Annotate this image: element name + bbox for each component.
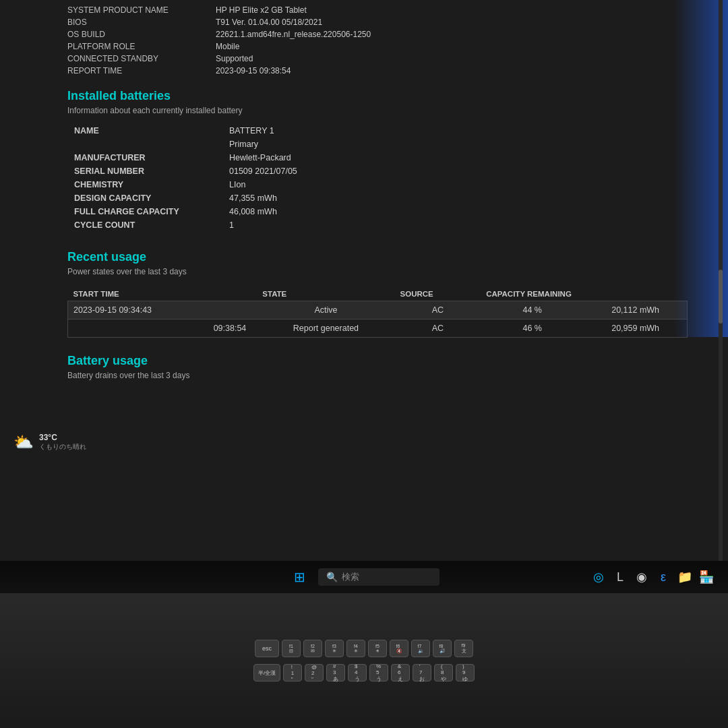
weather-widget: ⛅ 33°C くもりのち晴れ bbox=[13, 433, 86, 452]
battery-cycle-count-row: CYCLE COUNT 1 bbox=[74, 220, 688, 230]
battery-full-charge-capacity-value: 46,008 mWh bbox=[229, 207, 277, 216]
key-9[interactable]: )9ゆ bbox=[456, 664, 475, 681]
usage-table: START TIME STATE SOURCE CAPACITY REMAINI… bbox=[67, 287, 688, 338]
bios-label: BIOS bbox=[67, 18, 216, 27]
key-f6[interactable]: f6🔇 bbox=[390, 640, 408, 657]
key-f2[interactable]: f2✉ bbox=[303, 640, 322, 657]
battery-manufacturer-value: Hewlett-Packard bbox=[229, 153, 291, 162]
os-build-value: 22621.1.amd64fre.nl_release.220506-1250 bbox=[216, 30, 371, 39]
usage-row-0-source: AC bbox=[395, 301, 481, 320]
search-icon: 🔍 bbox=[326, 572, 338, 582]
usage-row-0-state: Active bbox=[257, 301, 394, 320]
taskbar-icon-3[interactable]: ◉ bbox=[634, 569, 650, 585]
usage-table-header-row: START TIME STATE SOURCE CAPACITY REMAINI… bbox=[68, 287, 688, 301]
battery-serial-row: SERIAL NUMBER 01509 2021/07/05 bbox=[74, 166, 688, 176]
key-f5[interactable]: f5☀ bbox=[368, 640, 387, 657]
key-2[interactable]: @2" bbox=[305, 664, 324, 681]
battery-full-charge-capacity-row: FULL CHARGE CAPACITY 46,008 mWh bbox=[74, 207, 688, 216]
platform-role-label: PLATFORM ROLE bbox=[67, 42, 216, 51]
taskbar-icon-1[interactable]: ◎ bbox=[590, 569, 607, 585]
battery-usage-heading: Battery usage bbox=[67, 354, 688, 368]
key-f8[interactable]: f8🔊 bbox=[433, 640, 452, 657]
platform-role-row: PLATFORM ROLE Mobile bbox=[67, 42, 688, 51]
key-1[interactable]: !1" bbox=[283, 664, 302, 681]
key-esc[interactable]: esc bbox=[255, 640, 279, 657]
keyboard-row-fn: esc f1⊟ f2✉ f3✳ f4✳ f5☀ f6🔇 f7🔉 f8🔊 f9文 bbox=[255, 640, 473, 657]
screen: SYSTEM PRODUCT NAME HP HP Elite x2 GB Ta… bbox=[0, 0, 728, 593]
battery-design-capacity-row: DESIGN CAPACITY 47,355 mWh bbox=[74, 193, 688, 203]
platform-role-value: Mobile bbox=[216, 42, 239, 51]
taskbar-search-text: 検索 bbox=[342, 571, 359, 583]
os-build-label: OS BUILD bbox=[67, 30, 216, 39]
key-f7[interactable]: f7🔉 bbox=[411, 640, 430, 657]
taskbar-edge-icon[interactable]: ε bbox=[655, 569, 671, 585]
battery-usage-section: Battery usage Battery drains over the la… bbox=[67, 354, 688, 380]
main-content: SYSTEM PRODUCT NAME HP HP Elite x2 GB Ta… bbox=[0, 0, 728, 380]
battery-name-label: NAME bbox=[74, 126, 229, 135]
battery-serial-label: SERIAL NUMBER bbox=[74, 166, 229, 176]
usage-row-1-source: AC bbox=[395, 320, 481, 338]
taskbar-files-icon[interactable]: 📁 bbox=[677, 569, 693, 585]
key-5[interactable]: %5う bbox=[369, 664, 388, 681]
key-f4[interactable]: f4✳ bbox=[346, 640, 365, 657]
usage-row-1-capacity-pct: 46 % bbox=[481, 320, 584, 338]
usage-row-0-capacity-mwh: 20,112 mWh bbox=[584, 301, 687, 320]
battery-primary-value: Primary bbox=[229, 140, 258, 149]
taskbar-search-bar[interactable]: 🔍 検索 bbox=[318, 568, 439, 586]
usage-row-1: 09:38:54 Report generated AC 46 % 20,959… bbox=[68, 320, 688, 338]
battery-chemistry-row: CHEMISTRY LIon bbox=[74, 180, 688, 189]
key-6[interactable]: &6え bbox=[391, 664, 410, 681]
bios-value: T91 Ver. 01.04.00 05/18/2021 bbox=[216, 18, 322, 27]
key-hankaku[interactable]: 半/全漢 bbox=[253, 664, 280, 681]
taskbar-icon-2[interactable]: L bbox=[612, 569, 628, 585]
battery-manufacturer-label: MANUFACTURER bbox=[74, 153, 229, 162]
battery-name-value: BATTERY 1 bbox=[229, 126, 274, 135]
connected-standby-row: CONNECTED STANDBY Supported bbox=[67, 54, 688, 63]
battery-full-charge-capacity-label: FULL CHARGE CAPACITY bbox=[74, 207, 229, 216]
battery-usage-subtext: Battery drains over the last 3 days bbox=[67, 371, 688, 380]
battery-chemistry-label: CHEMISTRY bbox=[74, 180, 229, 189]
weather-info: 33°C くもりのち晴れ bbox=[39, 433, 86, 452]
system-info-section: SYSTEM PRODUCT NAME HP HP Elite x2 GB Ta… bbox=[67, 0, 688, 75]
product-name-row: SYSTEM PRODUCT NAME HP HP Elite x2 GB Ta… bbox=[67, 5, 688, 15]
key-3[interactable]: #3あ bbox=[326, 664, 345, 681]
battery-cycle-count-label: CYCLE COUNT bbox=[74, 220, 229, 230]
battery-cycle-count-value: 1 bbox=[229, 220, 234, 230]
battery-design-capacity-value: 47,355 mWh bbox=[229, 193, 277, 203]
scrollbar[interactable] bbox=[719, 0, 723, 593]
weather-icon: ⛅ bbox=[13, 433, 34, 452]
recent-usage-section: Recent usage Power states over the last … bbox=[67, 250, 688, 338]
recent-usage-subtext: Power states over the last 3 days bbox=[67, 267, 688, 276]
taskbar-center-area: ⊞ 🔍 検索 bbox=[289, 566, 439, 588]
usage-row-1-start-time: 09:38:54 bbox=[68, 320, 257, 338]
battery-name-row: NAME BATTERY 1 bbox=[74, 126, 688, 135]
taskbar-store-icon[interactable]: 🏪 bbox=[698, 569, 715, 585]
report-time-value: 2023-09-15 09:38:54 bbox=[216, 66, 291, 75]
col-header-state: STATE bbox=[257, 287, 394, 301]
key-f1[interactable]: f1⊟ bbox=[282, 640, 301, 657]
battery-manufacturer-row: MANUFACTURER Hewlett-Packard bbox=[74, 153, 688, 162]
windows-start-button[interactable]: ⊞ bbox=[289, 566, 310, 588]
usage-row-1-capacity-mwh: 20,959 mWh bbox=[584, 320, 687, 338]
key-7[interactable]: '7お bbox=[413, 664, 431, 681]
connected-standby-value: Supported bbox=[216, 54, 253, 63]
battery-primary-label bbox=[74, 140, 229, 149]
battery-serial-value: 01509 2021/07/05 bbox=[229, 166, 297, 176]
report-time-row: REPORT TIME 2023-09-15 09:38:54 bbox=[67, 66, 688, 75]
battery-chemistry-value: LIon bbox=[229, 180, 245, 189]
col-header-capacity-remaining: CAPACITY REMAINING bbox=[481, 287, 584, 301]
key-8[interactable]: (8や bbox=[434, 664, 453, 681]
key-4[interactable]: $4う bbox=[348, 664, 367, 681]
key-f3[interactable]: f3✳ bbox=[325, 640, 344, 657]
installed-batteries-section: Installed batteries Information about ea… bbox=[67, 89, 688, 230]
keyboard-area: esc f1⊟ f2✉ f3✳ f4✳ f5☀ f6🔇 f7🔉 f8🔊 f9文 … bbox=[0, 593, 728, 728]
battery-design-capacity-label: DESIGN CAPACITY bbox=[74, 193, 229, 203]
connected-standby-label: CONNECTED STANDBY bbox=[67, 54, 216, 63]
scrollbar-thumb[interactable] bbox=[719, 270, 723, 324]
os-build-row: OS BUILD 22621.1.amd64fre.nl_release.220… bbox=[67, 30, 688, 39]
installed-batteries-heading: Installed batteries bbox=[67, 89, 688, 103]
usage-row-0: 2023-09-15 09:34:43 Active AC 44 % 20,11… bbox=[68, 301, 688, 320]
battery-table: NAME BATTERY 1 Primary MANUFACTURER Hewl… bbox=[74, 126, 688, 230]
key-f9[interactable]: f9文 bbox=[454, 640, 473, 657]
windows-logo-icon: ⊞ bbox=[294, 569, 305, 585]
